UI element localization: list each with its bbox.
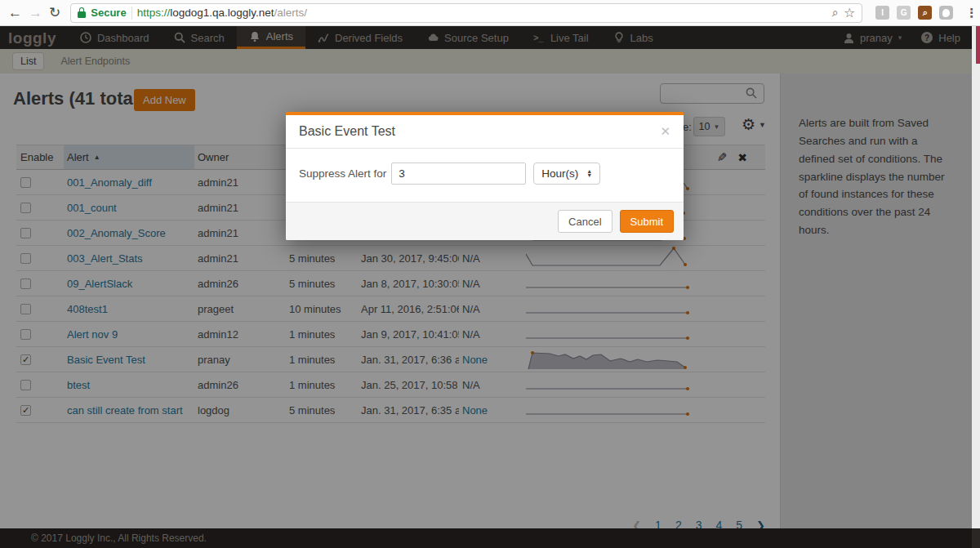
suppress-duration-input[interactable] — [391, 163, 526, 185]
suppress-unit-select[interactable]: Hour(s) ▲▼ — [533, 163, 600, 185]
scrollbar-thumb[interactable] — [976, 26, 980, 64]
browser-menu-icon[interactable]: ⋮ — [965, 6, 978, 20]
browser-back-icon[interactable]: ← — [8, 5, 22, 21]
page-url: https://logdog1.qa.loggly.net/alerts/ — [137, 7, 307, 19]
address-bar[interactable]: Secure https://logdog1.qa.loggly.net/ale… — [70, 3, 862, 23]
url-divider — [131, 7, 132, 20]
browser-refresh-icon[interactable]: ↻ — [49, 4, 60, 21]
extension-search-icon[interactable]: ⌕ — [918, 6, 932, 20]
select-spinner-icon: ▲▼ — [586, 170, 592, 177]
extension-i-icon[interactable]: I — [875, 6, 889, 20]
extension-icons: I G ⌕ ⋮ — [875, 6, 978, 20]
suppress-label: Suppress Alert for — [299, 167, 386, 180]
zoom-indicator-icon[interactable]: ⌕ — [832, 6, 839, 20]
cancel-button[interactable]: Cancel — [558, 210, 612, 233]
modal-body: Suppress Alert for Hour(s) ▲▼ — [286, 149, 684, 202]
modal-backdrop[interactable] — [0, 26, 972, 548]
modal-footer: Cancel Submit — [286, 202, 684, 240]
page-scrollbar[interactable] — [972, 26, 980, 528]
browser-forward-icon[interactable]: → — [29, 5, 42, 21]
secure-label: Secure — [91, 7, 126, 19]
bookmark-star-icon[interactable]: ☆ — [844, 5, 855, 20]
modal-close-icon[interactable]: ✕ — [660, 124, 670, 139]
modal-title: Basic Event Test — [299, 124, 395, 139]
browser-chrome: ← → ↻ Secure https://logdog1.qa.loggly.n… — [0, 0, 980, 26]
extension-g-icon[interactable]: G — [897, 6, 911, 20]
submit-button[interactable]: Submit — [620, 210, 674, 233]
modal-header: Basic Event Test ✕ — [286, 115, 684, 149]
secure-lock-icon — [78, 7, 86, 18]
suppress-alert-modal: Basic Event Test ✕ Suppress Alert for Ho… — [286, 112, 684, 240]
extension-blob-icon[interactable] — [939, 6, 953, 20]
